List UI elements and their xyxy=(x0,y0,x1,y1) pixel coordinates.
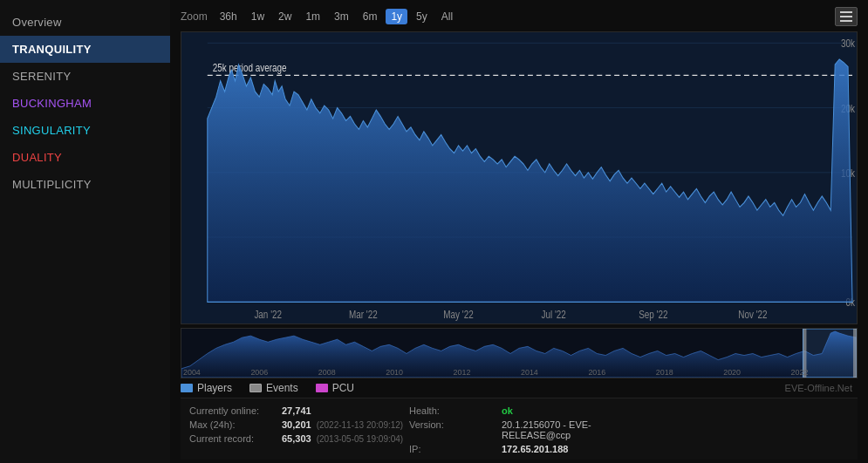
currently-online-value: 27,741 xyxy=(282,405,311,416)
svg-rect-1 xyxy=(840,16,852,17)
mini-chart-svg: 2004 2006 2008 2010 2012 2014 2016 2018 … xyxy=(181,329,857,378)
ip-label: IP: xyxy=(409,444,496,454)
zoom-36h[interactable]: 36h xyxy=(215,9,243,24)
sidebar-item-buckingham[interactable]: BUCKINGHAM xyxy=(0,90,170,117)
svg-text:25k period average: 25k period average xyxy=(213,62,287,73)
main-content: Zoom 36h 1w 2w 1m 3m 6m 1y 5y All xyxy=(170,0,868,463)
stat-current-record: Current record: 65,303 (2013-05-05 19:09… xyxy=(189,432,409,446)
version-label: Version: xyxy=(409,419,496,430)
zoom-6m[interactable]: 6m xyxy=(358,9,383,24)
svg-text:Jul '22: Jul '22 xyxy=(542,309,566,320)
svg-rect-22 xyxy=(803,329,857,378)
svg-text:2022: 2022 xyxy=(791,368,809,377)
svg-text:2016: 2016 xyxy=(588,368,605,377)
svg-text:Mar '22: Mar '22 xyxy=(349,309,378,320)
menu-icon xyxy=(840,11,852,22)
max-24h-label: Max (24h): xyxy=(189,419,277,430)
health-label: Health: xyxy=(409,405,496,416)
sidebar-item-multiplicity[interactable]: MULTIPLICITY xyxy=(0,171,170,198)
legend-events: Events xyxy=(249,382,298,394)
stat-currently-online: Currently online: 27,741 xyxy=(189,404,409,418)
stat-ip: IP: 172.65.201.188 xyxy=(409,442,629,456)
stat-max-24h: Max (24h): 30,201 (2022-11-13 20:09:12) xyxy=(189,418,409,432)
svg-text:Sep '22: Sep '22 xyxy=(639,309,667,320)
zoom-2w[interactable]: 2w xyxy=(273,9,297,24)
stats-bar: Currently online: 27,741 Max (24h): 30,2… xyxy=(181,398,858,460)
current-record-value: 65,303 xyxy=(282,433,311,444)
legend-events-label: Events xyxy=(266,382,298,394)
svg-rect-24 xyxy=(853,329,857,378)
svg-text:2018: 2018 xyxy=(656,368,673,377)
svg-text:2004: 2004 xyxy=(183,368,201,377)
mini-chart[interactable]: 2004 2006 2008 2010 2012 2014 2016 2018 … xyxy=(181,328,858,378)
svg-rect-0 xyxy=(840,11,852,13)
stats-col-3 xyxy=(629,404,849,456)
svg-text:Jan '22: Jan '22 xyxy=(254,309,282,320)
main-chart-svg: 30k 20k 10k 0k 25k period average Jan '2… xyxy=(181,32,857,323)
stats-col-1: Currently online: 27,741 Max (24h): 30,2… xyxy=(189,404,409,456)
health-value: ok xyxy=(502,405,513,416)
svg-text:2006: 2006 xyxy=(250,368,268,377)
legend-pcu-label: PCU xyxy=(332,382,354,394)
stats-col-2: Health: ok Version: 20.1.2156070 - EVE-R… xyxy=(409,404,629,456)
current-record-label: Current record: xyxy=(189,433,277,444)
legend-pcu-box xyxy=(316,384,328,392)
ip-value: 172.65.201.188 xyxy=(502,444,568,454)
svg-text:2020: 2020 xyxy=(723,368,741,377)
max-24h-value: 30,201 xyxy=(282,419,311,430)
zoom-label: Zoom xyxy=(181,10,208,23)
menu-icon-button[interactable] xyxy=(835,7,858,26)
svg-text:2012: 2012 xyxy=(454,368,471,377)
legend: Players Events PCU EVE-Offline.Net xyxy=(181,378,858,398)
currently-online-label: Currently online: xyxy=(189,405,277,416)
zoom-5y[interactable]: 5y xyxy=(411,9,433,24)
zoom-3m[interactable]: 3m xyxy=(329,9,354,24)
zoom-bar: Zoom 36h 1w 2w 1m 3m 6m 1y 5y All xyxy=(181,7,858,26)
max-24h-date: (2022-11-13 20:09:12) xyxy=(317,420,404,430)
sidebar: Overview TRANQUILITY SERENITY BUCKINGHAM… xyxy=(0,0,170,463)
current-record-date: (2013-05-05 19:09:04) xyxy=(317,434,404,444)
sidebar-item-singularity[interactable]: SINGULARITY xyxy=(0,117,170,144)
legend-players: Players xyxy=(181,382,232,394)
version-value: 20.1.2156070 - EVE-RELEASE@ccp xyxy=(502,419,629,440)
watermark: EVE-Offline.Net xyxy=(785,383,858,393)
svg-text:30k: 30k xyxy=(841,37,855,49)
legend-players-box xyxy=(181,384,193,392)
svg-text:2008: 2008 xyxy=(318,368,336,377)
svg-rect-2 xyxy=(840,20,852,22)
zoom-1m[interactable]: 1m xyxy=(300,9,325,24)
zoom-all[interactable]: All xyxy=(436,9,458,24)
sidebar-item-duality[interactable]: DUALITY xyxy=(0,144,170,171)
legend-pcu: PCU xyxy=(316,382,354,394)
legend-events-box xyxy=(249,384,262,392)
sidebar-item-overview[interactable]: Overview xyxy=(0,9,170,36)
main-chart: 30k 20k 10k 0k 25k period average Jan '2… xyxy=(181,31,858,324)
svg-text:May '22: May '22 xyxy=(443,309,473,320)
stat-health: Health: ok xyxy=(409,404,629,418)
zoom-1y[interactable]: 1y xyxy=(386,9,407,24)
svg-text:2014: 2014 xyxy=(521,368,538,377)
sidebar-item-tranquility[interactable]: TRANQUILITY xyxy=(0,36,170,63)
legend-players-label: Players xyxy=(197,382,232,394)
svg-text:2010: 2010 xyxy=(386,368,403,377)
zoom-1w[interactable]: 1w xyxy=(246,9,270,24)
svg-text:Nov '22: Nov '22 xyxy=(738,309,767,320)
stat-version: Version: 20.1.2156070 - EVE-RELEASE@ccp xyxy=(409,418,629,442)
sidebar-item-serenity[interactable]: SERENITY xyxy=(0,63,170,90)
